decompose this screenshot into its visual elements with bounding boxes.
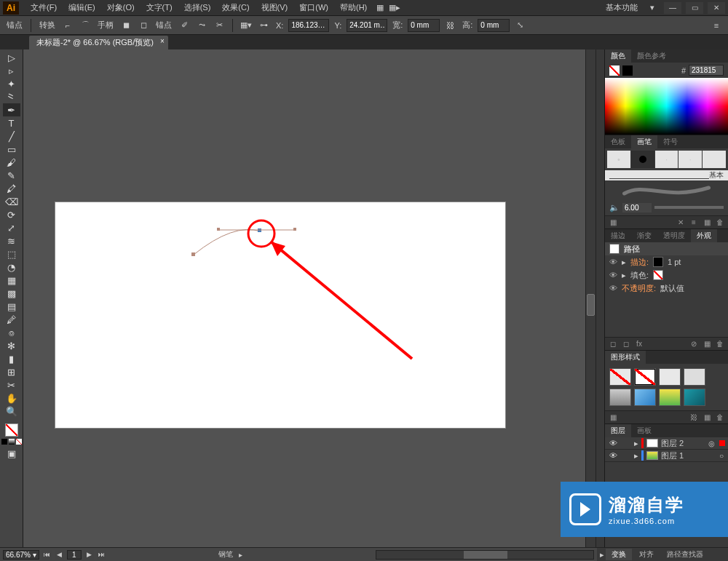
appearance-disclosure-2[interactable]: ▸ — [622, 271, 626, 280]
control-menu-icon[interactable]: ≡ — [709, 19, 724, 32]
document-tab[interactable]: 未标题-2* @ 66.67% (RGB/预览) × — [29, 36, 168, 49]
brush-thumb-2[interactable] — [631, 151, 654, 168]
minimize-button[interactable]: — — [664, 2, 681, 14]
layer-name[interactable]: 图层 1 — [661, 450, 684, 461]
page-input[interactable]: 1 — [67, 550, 82, 560]
x-input[interactable] — [288, 19, 329, 32]
scale-tool[interactable]: ⤢ — [3, 221, 20, 234]
style-thumb-6[interactable] — [634, 389, 656, 406]
remove-anchor-icon[interactable]: ✐ — [177, 19, 191, 32]
tab-symbols[interactable]: 符号 — [657, 135, 684, 148]
gradient-tool[interactable]: ▤ — [3, 300, 20, 313]
type-tool[interactable]: T — [3, 116, 20, 130]
color-spectrum[interactable] — [605, 78, 728, 135]
blend-tool[interactable]: ⌾ — [3, 326, 20, 339]
trash-style-icon[interactable]: 🗑 — [715, 413, 725, 423]
last-page-icon[interactable]: ⏭ — [97, 550, 106, 560]
artboard-tool[interactable]: ⊞ — [3, 365, 20, 378]
convert-smooth-icon[interactable]: ⌒ — [78, 19, 92, 32]
tab-color-guide[interactable]: 颜色参考 — [631, 49, 672, 63]
scrollbar-thumb[interactable] — [587, 294, 595, 316]
stroke-value[interactable]: 1 pt — [668, 258, 681, 266]
tab-brushes[interactable]: 画笔 — [631, 135, 657, 148]
menu-type[interactable]: 文字(T) — [141, 0, 178, 15]
blob-brush-tool[interactable]: 🖍 — [3, 182, 20, 195]
vis-icon-opacity[interactable]: 👁 — [609, 284, 617, 293]
width-tool[interactable]: ≋ — [3, 234, 20, 247]
maximize-button[interactable]: ▭ — [686, 2, 703, 14]
layer-disclosure[interactable]: ▸ — [634, 451, 638, 461]
tab-transform[interactable]: 变换 — [606, 549, 632, 560]
slice-tool[interactable]: ✂ — [3, 378, 20, 391]
free-transform-tool[interactable]: ⬚ — [3, 247, 20, 260]
new-fill-icon[interactable]: ◻ — [608, 339, 618, 349]
tab-stroke[interactable]: 描边 — [605, 229, 631, 242]
lib-styles-icon[interactable]: ▦ — [608, 413, 618, 423]
menu-view[interactable]: 视图(V) — [256, 0, 294, 15]
target-icon[interactable]: ○ — [719, 452, 724, 460]
workspace-label[interactable]: 基本功能 — [606, 2, 638, 13]
trash-appearance-icon[interactable]: 🗑 — [715, 339, 725, 349]
eraser-tool[interactable]: ⌫ — [3, 195, 20, 208]
delete-brush-icon[interactable]: 🗑 — [715, 218, 725, 228]
tab-layers[interactable]: 图层 — [605, 424, 631, 437]
connect-anchor-icon[interactable]: ⤳ — [194, 19, 209, 32]
hand-tool[interactable]: ✋ — [3, 391, 20, 405]
w-input[interactable] — [408, 19, 440, 32]
style-thumb-7[interactable] — [659, 389, 681, 406]
first-page-icon[interactable]: ⏮ — [42, 550, 52, 560]
break-link-icon[interactable]: ⛓ — [689, 413, 699, 423]
perspective-tool[interactable]: ▦ — [3, 274, 20, 287]
canvas-area[interactable] — [23, 49, 596, 552]
hex-input[interactable] — [689, 65, 724, 76]
convert-corner-icon[interactable]: ⌐ — [60, 19, 75, 32]
visibility-icon[interactable]: 👁 — [608, 451, 618, 460]
layer-row[interactable]: 👁 ▸ 图层 2 ◎ — [605, 437, 728, 450]
menu-help[interactable]: 帮助(H) — [334, 0, 373, 15]
zoom-select[interactable]: 66.67% ▾ — [3, 550, 39, 560]
rectangle-tool[interactable]: ▭ — [3, 143, 20, 156]
menu-object[interactable]: 对象(O) — [101, 0, 141, 15]
paintbrush-tool[interactable]: 🖌 — [3, 156, 20, 169]
isolate-icon[interactable]: ⊶ — [256, 19, 271, 32]
brush-thumb-1[interactable]: • — [607, 151, 630, 168]
handle-show-icon[interactable]: ◼ — [119, 19, 133, 32]
vis-icon-stroke[interactable]: 👁 — [609, 258, 617, 266]
new-style-icon[interactable]: ▦ — [702, 413, 712, 423]
style-thumb-5[interactable] — [609, 389, 631, 406]
brush-thumb-5[interactable] — [703, 151, 726, 168]
y-input[interactable] — [347, 19, 387, 32]
stroke-appearance-label[interactable]: 描边: — [630, 257, 649, 268]
options-brush-icon[interactable]: ≡ — [689, 218, 699, 228]
cut-path-icon[interactable]: ✂ — [212, 19, 226, 32]
artboard[interactable] — [55, 202, 505, 428]
column-graph-tool[interactable]: ▮ — [3, 352, 20, 365]
layer-name[interactable]: 图层 2 — [661, 438, 684, 449]
style-thumb-3[interactable] — [659, 368, 681, 386]
tab-align[interactable]: 对齐 — [633, 549, 660, 560]
tab-artboards[interactable]: 画板 — [631, 424, 657, 437]
hscroll-thumb[interactable] — [464, 551, 507, 559]
shape-builder-tool[interactable]: ◔ — [3, 260, 20, 274]
align-icon[interactable]: ▦▾ — [239, 19, 253, 32]
appearance-disclosure[interactable]: ▸ — [622, 258, 626, 267]
tab-color[interactable]: 颜色 — [605, 49, 631, 63]
tab-pathfinder[interactable]: 路径查找器 — [661, 549, 709, 560]
close-button[interactable]: ✕ — [708, 2, 725, 14]
arrange-icon[interactable]: ▦▸ — [387, 1, 402, 15]
target-icon[interactable]: ◎ — [708, 439, 715, 447]
tab-swatches[interactable]: 色板 — [605, 135, 631, 148]
tab-gradient[interactable]: 渐变 — [631, 229, 657, 242]
menu-window[interactable]: 窗口(W) — [293, 0, 334, 15]
tab-graphic-styles[interactable]: 图形样式 — [605, 351, 646, 364]
eyedropper-tool[interactable]: 🖉 — [3, 313, 20, 326]
bottom-expand-icon[interactable]: ▸ — [600, 550, 604, 560]
menu-edit[interactable]: 编辑(E) — [63, 0, 101, 15]
gradient-swatch-icon[interactable] — [9, 439, 15, 445]
dup-icon[interactable]: ▦ — [702, 339, 712, 349]
fx-icon[interactable]: fx — [634, 339, 644, 349]
doc-setup-icon[interactable]: ▦ — [373, 1, 387, 15]
brush-thumb-3[interactable]: · — [655, 151, 678, 168]
mesh-tool[interactable]: ▩ — [3, 287, 20, 300]
dock-strip[interactable] — [596, 49, 604, 552]
